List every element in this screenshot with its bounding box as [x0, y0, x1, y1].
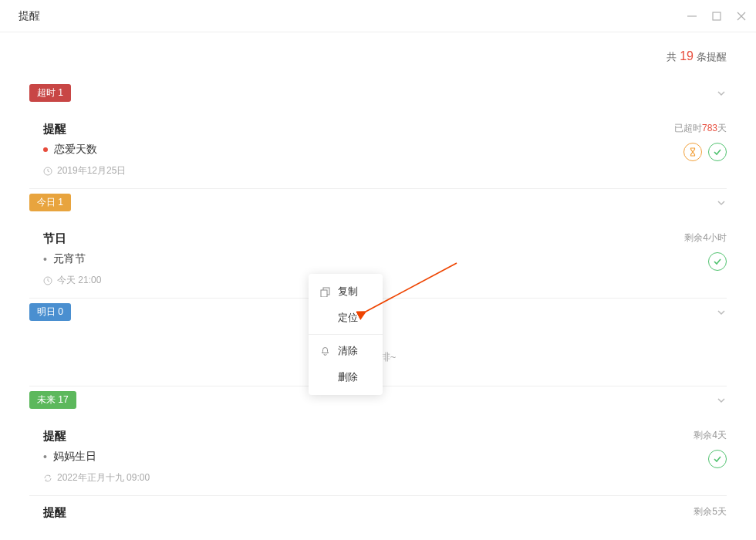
minimize-icon: [687, 11, 697, 22]
clock-icon: [43, 167, 52, 176]
status-text: 已超时783天: [674, 122, 727, 135]
chevron-down-icon: [716, 395, 727, 406]
item-title: 元宵节: [53, 252, 86, 266]
context-menu-copy[interactable]: 复制: [309, 278, 383, 305]
dot-indicator: [43, 147, 48, 152]
complete-button[interactable]: [708, 252, 727, 271]
context-menu-locate[interactable]: 定位: [309, 305, 383, 331]
context-menu-copy-label: 复制: [338, 285, 358, 299]
badge-tomorrow: 明日 0: [29, 303, 71, 321]
summary-row: 共 19 条提醒: [29, 32, 727, 79]
check-icon: [713, 454, 722, 464]
check-icon: [713, 257, 722, 266]
maximize-icon: [711, 11, 722, 22]
context-menu: 复制 定位 清除 删除: [309, 274, 383, 395]
item-date: 今天 21:00: [57, 274, 101, 287]
summary-prefix: 共: [667, 50, 677, 64]
chevron-down-icon: [716, 197, 727, 208]
bullet-indicator: •: [43, 451, 47, 463]
item-category: 提醒: [43, 505, 66, 520]
status-text: 剩余5天: [694, 505, 727, 518]
close-button[interactable]: [736, 11, 747, 22]
badge-overdue: 超时 1: [29, 84, 71, 102]
badge-future: 未来 17: [29, 391, 76, 409]
item-time-row: 2022年正月十九 09:00: [43, 471, 150, 484]
complete-button[interactable]: [708, 450, 727, 468]
item-category: 节日: [43, 231, 101, 246]
context-menu-clear-label: 清除: [338, 344, 358, 358]
item-title-row: • 妈妈生日: [43, 450, 150, 464]
bullet-indicator: •: [43, 253, 47, 265]
blank-icon: [319, 372, 330, 383]
complete-button[interactable]: [708, 143, 727, 161]
clock-icon: [43, 276, 52, 285]
reminder-item[interactable]: 提醒 剩余5天: [29, 496, 727, 531]
item-title: 妈妈生日: [53, 450, 96, 464]
chevron-down-icon: [716, 307, 727, 318]
minimize-button[interactable]: [687, 11, 697, 22]
context-menu-locate-label: 定位: [338, 311, 358, 325]
item-date: 2022年正月十九 09:00: [57, 471, 150, 484]
blank-icon: [319, 312, 330, 323]
item-time-row: 今天 21:00: [43, 274, 101, 287]
item-time-row: 2019年12月25日: [43, 164, 126, 177]
chevron-down-icon: [716, 88, 727, 99]
repeat-icon: [43, 474, 52, 483]
status-text: 剩余4小时: [684, 231, 727, 245]
context-menu-delete[interactable]: 删除: [309, 364, 383, 390]
copy-icon: [319, 286, 330, 297]
bell-icon: [319, 346, 330, 356]
badge-today: 今日 1: [29, 194, 71, 211]
item-date: 2019年12月25日: [57, 164, 126, 177]
summary-count: 19: [680, 49, 694, 63]
svg-rect-1: [713, 12, 721, 20]
status-text: 剩余4天: [694, 429, 727, 442]
item-title: 恋爱天数: [54, 143, 97, 157]
item-title-row: 恋爱天数: [43, 143, 126, 157]
context-menu-separator: [309, 334, 383, 335]
summary-suffix: 条提醒: [697, 50, 727, 64]
item-title-row: • 元宵节: [43, 252, 101, 266]
hourglass-icon: [688, 147, 697, 157]
section-header-overdue[interactable]: 超时 1: [29, 79, 727, 113]
context-menu-delete-label: 删除: [338, 370, 358, 384]
title-bar: 提醒: [0, 0, 756, 32]
context-menu-clear[interactable]: 清除: [309, 338, 383, 364]
item-category: 提醒: [43, 429, 150, 444]
reminder-item[interactable]: 提醒 • 妈妈生日 2022年正月十九 09:00 剩余4天: [29, 420, 727, 496]
close-icon: [736, 11, 747, 22]
reminder-item[interactable]: 提醒 恋爱天数 2019年12月25日 已超时783天: [29, 113, 727, 189]
svg-rect-7: [321, 290, 327, 297]
window-title: 提醒: [19, 9, 40, 23]
section-header-today[interactable]: 今日 1: [29, 189, 727, 222]
window-controls: [687, 11, 747, 22]
maximize-button[interactable]: [711, 11, 722, 22]
snooze-button[interactable]: [683, 143, 702, 161]
item-category: 提醒: [43, 122, 126, 137]
check-icon: [713, 147, 722, 157]
